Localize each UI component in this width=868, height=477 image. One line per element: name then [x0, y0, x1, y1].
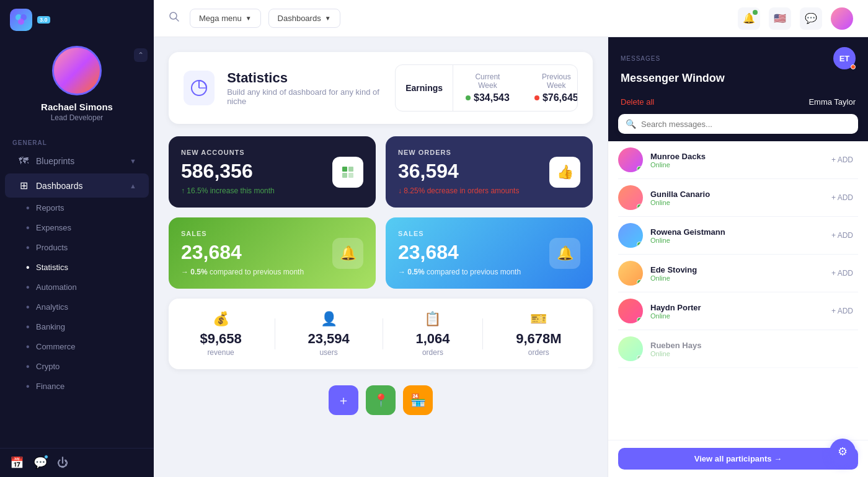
chevron-down-icon: ▼	[325, 15, 331, 22]
search-icon[interactable]	[169, 11, 180, 25]
contact-status: Online	[650, 312, 819, 320]
view-all-participants-button[interactable]: View all participants →	[618, 448, 858, 470]
view-all-label: View all participants →	[694, 454, 782, 463]
online-dot	[637, 242, 642, 247]
orders-value: 1,064	[415, 331, 450, 347]
notifications-button[interactable]: 🔔	[738, 7, 760, 30]
card-label: SALES	[398, 230, 580, 237]
sidebar-item-crypto[interactable]: Crypto	[5, 357, 149, 376]
online-dot	[637, 355, 642, 361]
sidebar-sub-item-label: Reports	[36, 203, 64, 212]
sidebar-item-blueprints[interactable]: 🗺 Blueprints ▼	[5, 149, 149, 173]
users-value: 23,594	[308, 331, 349, 347]
dashboard-content: Statistics Build any kind of dashboard f…	[154, 37, 608, 477]
stats-header-card: Statistics Build any kind of dashboard f…	[169, 52, 593, 124]
contact-name: Rowena Geistmann	[650, 227, 819, 237]
flag-button[interactable]: 🇺🇸	[769, 7, 791, 30]
current-user-name: Emma Taylor	[808, 97, 856, 107]
card-icon	[332, 157, 363, 188]
sidebar-item-analytics[interactable]: Analytics	[5, 297, 149, 317]
sidebar-item-banking[interactable]: Banking	[5, 317, 149, 336]
contact-status: Online	[650, 161, 819, 168]
delete-all-button[interactable]: Delete all	[621, 97, 654, 107]
topbar: Mega menu ▼ Dashboards ▼ 🔔 🇺🇸 💬	[154, 0, 868, 37]
sidebar-sub-item-label: Expenses	[36, 223, 71, 232]
sidebar-sub-item-label: Statistics	[36, 263, 68, 272]
contact-name: Munroe Dacks	[650, 152, 819, 161]
calendar-icon[interactable]: 📅	[10, 456, 24, 470]
chat-button[interactable]: 💬	[800, 7, 822, 30]
sidebar-item-statistics[interactable]: Statistics	[5, 258, 149, 277]
orders2-label: orders	[516, 348, 561, 357]
nav-indicator-dot	[135, 266, 139, 269]
sidebar-item-commerce[interactable]: Commerce	[5, 337, 149, 356]
contact-avatar	[618, 223, 643, 248]
add-action-button[interactable]: ＋	[329, 385, 358, 415]
contact-avatar	[618, 261, 643, 286]
svg-point-2	[18, 19, 24, 25]
nav-indicator-dot	[135, 246, 139, 250]
card-change: ↓ 8.25% decrease in orders amounts	[398, 186, 580, 195]
messenger-content: MESSAGES ET Messenger Window Delete all …	[608, 37, 868, 477]
user-avatar-topbar[interactable]	[831, 7, 853, 30]
content-area: Statistics Build any kind of dashboard f…	[154, 37, 868, 477]
contact-info: Gunilla Canario Online	[650, 190, 819, 206]
dashboards-menu-button[interactable]: Dashboards ▼	[268, 9, 340, 28]
add-contact-button[interactable]: + ADD	[826, 304, 858, 318]
nav-indicator-dot	[135, 226, 139, 230]
messenger-title: Messenger Window	[621, 72, 856, 85]
sidebar-collapse-button[interactable]: ⌃	[134, 48, 148, 62]
sidebar-sub-item-label: Products	[36, 243, 68, 252]
sidebar-item-expenses[interactable]: Expenses	[5, 218, 149, 237]
sidebar-item-automation[interactable]: Automation	[5, 278, 149, 297]
user-profile: ⌃ Rachael Simons Lead Developer	[0, 40, 154, 134]
location-action-button[interactable]: 📍	[366, 385, 396, 415]
add-contact-button[interactable]: + ADD	[826, 153, 858, 167]
current-week-earnings: Current Week $34,543	[453, 65, 522, 111]
card-change: ↑ 16.5% increase this month	[181, 186, 363, 195]
power-icon[interactable]: ⏻	[57, 457, 68, 470]
list-item: Haydn Porter Online + ADD	[618, 292, 858, 330]
messages-icon[interactable]: 💬	[33, 456, 47, 470]
current-user-initials: ET	[839, 54, 850, 63]
sidebar-item-dashboards[interactable]: ⊞ Dashboards ▲	[5, 173, 149, 198]
users-label: users	[308, 348, 349, 357]
earnings-widget: Earnings Current Week $34,543 Previous W…	[395, 64, 578, 112]
online-dot	[637, 204, 642, 209]
add-contact-button[interactable]: + ADD	[826, 229, 858, 242]
dashboards-icon: ⊞	[17, 180, 30, 191]
contact-status: Online	[650, 199, 819, 206]
sidebar-sub-item-label: Finance	[36, 382, 64, 391]
add-contact-button[interactable]: + ADD	[826, 266, 858, 280]
chevron-down-icon: ▼	[246, 15, 252, 22]
contact-avatar	[618, 147, 643, 172]
card-change: → 0.5% compared to previous month	[398, 268, 580, 276]
contact-info: Munroe Dacks Online	[650, 152, 819, 168]
revenue-icon: 💰	[200, 311, 241, 327]
sidebar-sub-item-label: Banking	[36, 322, 65, 331]
svg-rect-9	[348, 167, 353, 172]
users-icon: 👤	[308, 311, 349, 327]
settings-fab-button[interactable]: ⚙	[830, 439, 856, 465]
contact-info: Rowena Geistmann Online	[650, 227, 819, 244]
store-action-button[interactable]: 🏪	[403, 385, 433, 415]
contacts-list: Munroe Dacks Online + ADD Gunilla Canari…	[608, 141, 868, 440]
sidebar-bottom-bar: 📅 💬 ⏻	[0, 448, 154, 477]
message-search-input[interactable]	[641, 120, 851, 129]
stat-revenue: 💰 $9,658 revenue	[200, 311, 241, 357]
contact-avatar	[618, 185, 643, 210]
sidebar-item-products[interactable]: Products	[5, 238, 149, 257]
list-item: Gunilla Canario Online + ADD	[618, 179, 858, 217]
card-label: SALES	[181, 230, 363, 237]
sidebar-item-reports[interactable]: Reports	[5, 198, 149, 217]
contact-status: Online	[650, 237, 819, 244]
contact-info: Haydn Porter Online	[650, 303, 819, 320]
revenue-label: revenue	[200, 348, 241, 357]
add-contact-button[interactable]: + ADD	[826, 191, 858, 204]
sidebar-logo: 3.0	[0, 0, 154, 40]
mega-menu-button[interactable]: Mega menu ▼	[190, 9, 261, 28]
messenger-section-label: MESSAGES	[621, 55, 660, 62]
current-week-label: Current Week	[466, 72, 510, 90]
previous-week-label: Previous Week	[534, 72, 578, 90]
sidebar-item-finance[interactable]: Finance	[5, 377, 149, 396]
